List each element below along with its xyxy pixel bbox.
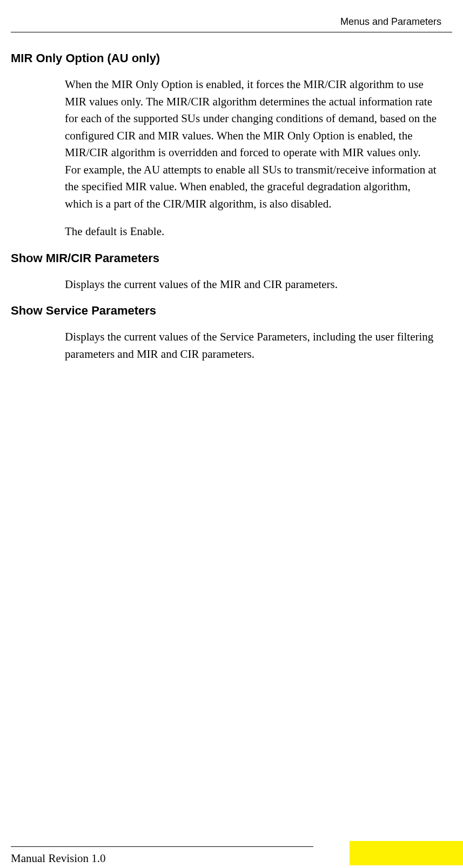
section-heading-show-service: Show Service Parameters [11,304,452,318]
page-header: Menus and Parameters [11,16,452,32]
section-heading-mir-only: MIR Only Option (AU only) [11,51,452,65]
body-paragraph: Displays the current values of the MIR a… [65,276,439,293]
body-paragraph: When the MIR Only Option is enabled, it … [65,76,439,212]
body-paragraph: The default is Enable. [65,223,439,241]
footer-divider [11,846,313,847]
section-heading-show-mir-cir: Show MIR/CIR Parameters [11,251,452,265]
footer-revision: Manual Revision 1.0 [11,852,106,865]
body-paragraph: Displays the current values of the Servi… [65,329,439,363]
yellow-highlight-block [350,841,463,865]
header-title: Menus and Parameters [340,16,441,27]
page-content: MIR Only Option (AU only) When the MIR O… [0,51,463,363]
